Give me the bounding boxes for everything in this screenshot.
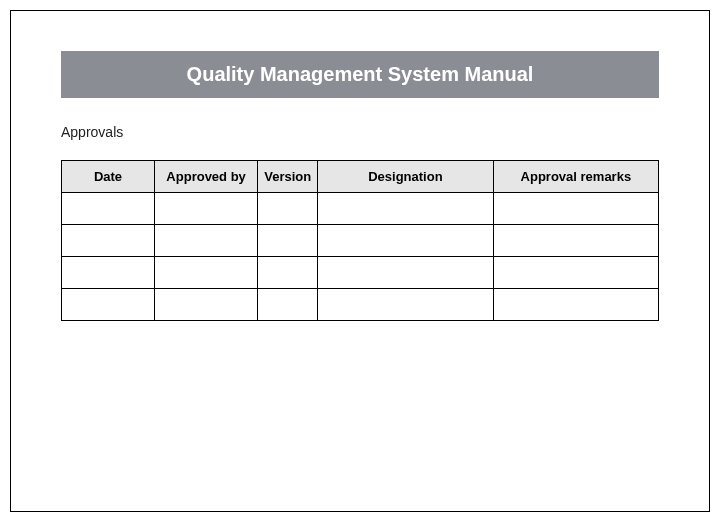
cell-approved-by xyxy=(154,289,257,321)
cell-remarks xyxy=(493,193,658,225)
cell-designation xyxy=(318,257,494,289)
cell-version xyxy=(258,225,318,257)
cell-approved-by xyxy=(154,225,257,257)
section-label-approvals: Approvals xyxy=(61,124,659,140)
cell-date xyxy=(62,225,155,257)
cell-remarks xyxy=(493,225,658,257)
cell-designation xyxy=(318,193,494,225)
approvals-table: Date Approved by Version Designation App… xyxy=(61,160,659,321)
cell-approved-by xyxy=(154,257,257,289)
cell-date xyxy=(62,193,155,225)
table-row xyxy=(62,193,659,225)
table-header-row: Date Approved by Version Designation App… xyxy=(62,161,659,193)
col-header-remarks: Approval remarks xyxy=(493,161,658,193)
cell-version xyxy=(258,193,318,225)
cell-version xyxy=(258,289,318,321)
table-row xyxy=(62,257,659,289)
col-header-approved-by: Approved by xyxy=(154,161,257,193)
table-row xyxy=(62,289,659,321)
document-page: Quality Management System Manual Approva… xyxy=(10,10,710,512)
col-header-version: Version xyxy=(258,161,318,193)
cell-designation xyxy=(318,289,494,321)
title-bar: Quality Management System Manual xyxy=(61,51,659,98)
cell-date xyxy=(62,289,155,321)
cell-remarks xyxy=(493,289,658,321)
cell-approved-by xyxy=(154,193,257,225)
cell-date xyxy=(62,257,155,289)
table-row xyxy=(62,225,659,257)
cell-version xyxy=(258,257,318,289)
page-title: Quality Management System Manual xyxy=(61,63,659,86)
cell-designation xyxy=(318,225,494,257)
col-header-designation: Designation xyxy=(318,161,494,193)
col-header-date: Date xyxy=(62,161,155,193)
cell-remarks xyxy=(493,257,658,289)
